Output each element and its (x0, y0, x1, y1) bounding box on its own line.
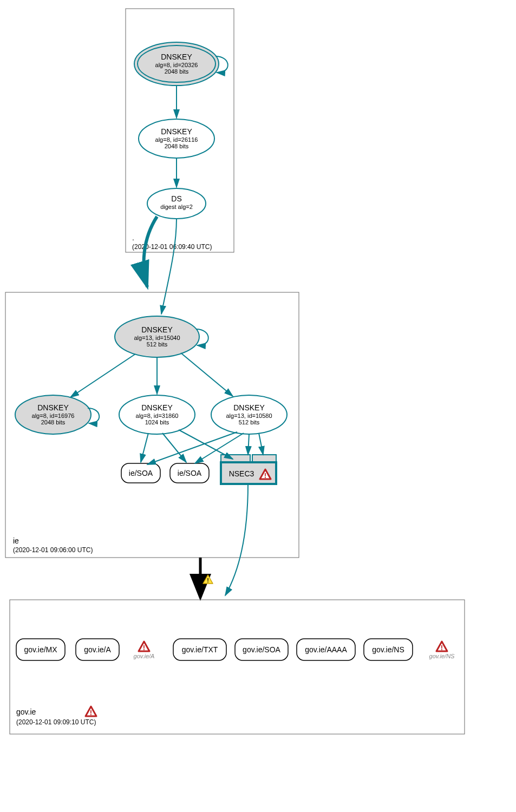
error-a: gov.ie/A (134, 641, 155, 659)
edge-ds-to-ie-thick (144, 217, 157, 287)
svg-text:DNSKEY: DNSKEY (161, 127, 192, 136)
svg-text:gov.ie/AAAA: gov.ie/AAAA (305, 645, 347, 654)
zone-gov: gov.ie (2020-12-01 09:09:10 UTC) gov.ie/… (10, 600, 465, 734)
svg-text:gov.ie/NS: gov.ie/NS (372, 645, 404, 654)
zone-root: . (2020-12-01 06:09:40 UTC) DNSKEY alg=8… (126, 9, 234, 252)
svg-text:alg=8, id=16976: alg=8, id=16976 (32, 412, 75, 419)
svg-text:DNSKEY: DNSKEY (37, 403, 69, 412)
edge-ds-to-ie (161, 219, 177, 314)
zone-ie: ie (2020-12-01 09:06:00 UTC) DNSKEY alg=… (5, 292, 299, 558)
svg-text:gov.ie/TXT: gov.ie/TXT (182, 645, 218, 654)
svg-text:alg=8, id=20326: alg=8, id=20326 (155, 62, 198, 68)
svg-text:DNSKEY: DNSKEY (141, 325, 173, 334)
svg-text:512 bits: 512 bits (239, 419, 260, 425)
svg-text:DNSKEY: DNSKEY (161, 53, 192, 61)
svg-rect-40 (10, 600, 465, 734)
svg-text:1024 bits: 1024 bits (145, 419, 169, 425)
svg-text:digest alg=2: digest alg=2 (160, 204, 193, 210)
zone-ie-timestamp: (2020-12-01 09:06:00 UTC) (13, 546, 93, 554)
svg-text:alg=13, id=15040: alg=13, id=15040 (134, 335, 180, 341)
error-ns: gov.ie/NS (429, 641, 455, 659)
zone-gov-label: gov.ie (16, 708, 36, 716)
edge-nsec3-to-gov (225, 484, 248, 595)
svg-rect-36 (221, 455, 250, 462)
svg-text:gov.ie/A: gov.ie/A (134, 653, 155, 659)
zone-gov-timestamp: (2020-12-01 09:09:10 UTC) (16, 718, 96, 726)
svg-rect-37 (252, 455, 276, 462)
rrset-a: gov.ie/A (76, 639, 119, 660)
svg-text:gov.ie/MX: gov.ie/MX (24, 645, 57, 654)
rrset-txt: gov.ie/TXT (173, 639, 226, 660)
node-root-zsk: DNSKEY alg=8, id=26116 2048 bits (139, 119, 214, 158)
rrset-soa: gov.ie/SOA (235, 639, 288, 660)
svg-text:ie/SOA: ie/SOA (129, 469, 153, 477)
svg-text:ie/SOA: ie/SOA (178, 469, 202, 477)
node-ie-key1: DNSKEY alg=8, id=16976 2048 bits (15, 395, 91, 434)
zone-ie-label: ie (13, 536, 19, 545)
svg-text:2048 bits: 2048 bits (165, 68, 189, 75)
svg-text:gov.ie/NS: gov.ie/NS (429, 653, 455, 659)
svg-text:DNSKEY: DNSKEY (233, 403, 265, 412)
svg-text:gov.ie/SOA: gov.ie/SOA (243, 645, 280, 654)
node-ie-key3: DNSKEY alg=13, id=10580 512 bits (211, 395, 287, 434)
rrset-mx: gov.ie/MX (16, 639, 65, 660)
svg-text:gov.ie/A: gov.ie/A (84, 645, 111, 654)
svg-text:DNSKEY: DNSKEY (141, 403, 173, 412)
node-ie-soa2: ie/SOA (170, 463, 209, 483)
node-nsec3: NSEC3 (221, 455, 276, 484)
svg-text:alg=8, id=31860: alg=8, id=31860 (136, 412, 179, 419)
svg-text:alg=13, id=10580: alg=13, id=10580 (226, 412, 272, 419)
svg-text:NSEC3: NSEC3 (229, 469, 254, 478)
node-ie-ksk: DNSKEY alg=13, id=15040 512 bits (115, 316, 199, 357)
edge-ieksk-k3 (181, 353, 233, 396)
node-ie-soa1: ie/SOA (121, 463, 160, 483)
node-root-ds: DS digest alg=2 (147, 188, 206, 219)
node-root-ksk: DNSKEY alg=8, id=20326 2048 bits (134, 42, 219, 86)
edge-ieksk-k1 (70, 354, 135, 397)
svg-text:DS: DS (171, 194, 181, 203)
node-ie-key2: DNSKEY alg=8, id=31860 1024 bits (119, 395, 195, 434)
svg-text:2048 bits: 2048 bits (41, 419, 66, 425)
rrset-aaaa: gov.ie/AAAA (297, 639, 355, 660)
svg-text:512 bits: 512 bits (147, 341, 168, 348)
svg-text:2048 bits: 2048 bits (165, 143, 189, 149)
warning-icon (203, 575, 213, 584)
zone-root-label: . (132, 233, 134, 242)
error-icon (86, 706, 96, 717)
rrset-ns: gov.ie/NS (364, 639, 413, 660)
svg-text:alg=8, id=26116: alg=8, id=26116 (155, 136, 198, 143)
